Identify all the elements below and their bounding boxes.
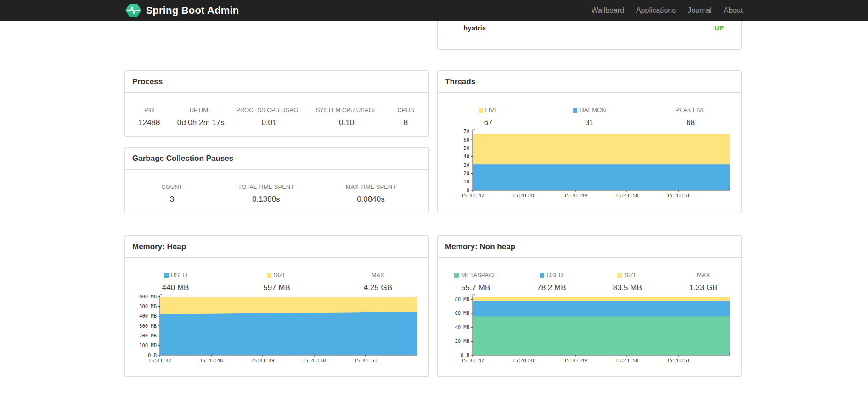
metric-gc-total-time: TOTAL TIME SPENT 0.1380s	[219, 170, 313, 204]
metric-threads-live: LIVE 67	[438, 93, 539, 127]
top-navbar: Spring Boot Admin Wallboard Applications…	[0, 0, 868, 21]
svg-text:20: 20	[463, 171, 469, 176]
svg-text:15:41:47: 15:41:47	[148, 358, 172, 363]
threads-chart: 01020304050607015:41:4715:41:4815:41:491…	[451, 127, 733, 201]
metric-heap-size: SIZE 597 MB	[226, 258, 327, 292]
metric-nonheap-max: MAX 1.33 GB	[665, 258, 741, 292]
svg-text:300 MB: 300 MB	[139, 323, 157, 329]
nav-item-journal[interactable]: Journal	[682, 0, 717, 21]
svg-text:0 B: 0 B	[461, 353, 469, 358]
metric-heap-used: USED 440 MB	[125, 258, 226, 292]
process-panel: Process PID 12488 UPTIME 0d 0h 2m 17s PR…	[124, 70, 429, 137]
nav-item-applications[interactable]: Applications	[630, 0, 682, 21]
metric-nonheap-metaspace: METASPACE 55.7 MB	[438, 258, 513, 292]
live-series-swatch	[479, 108, 483, 113]
health-indicator-name: hystrix	[463, 24, 486, 32]
nonheap-chart: 0 B20 MB40 MB60 MB80 MB15:41:4715:41:481…	[451, 292, 733, 366]
brand-link[interactable]: Spring Boot Admin	[125, 3, 239, 17]
svg-text:15:41:48: 15:41:48	[200, 358, 223, 363]
svg-text:60 MB: 60 MB	[455, 310, 469, 316]
panel-title-gc: Garbage Collection Pauses	[125, 148, 428, 170]
nav-item-wallboard[interactable]: Wallboard	[585, 0, 630, 21]
svg-text:15:41:49: 15:41:49	[251, 358, 275, 363]
svg-text:15:41:51: 15:41:51	[667, 358, 690, 363]
metric-uptime: UPTIME 0d 0h 2m 17s	[174, 93, 228, 127]
nav-item-about[interactable]: About	[718, 0, 743, 21]
metaspace-series-swatch	[454, 273, 459, 278]
panel-title-nonheap: Memory: Non heap	[438, 236, 741, 258]
process-metrics: PID 12488 UPTIME 0d 0h 2m 17s PROCESS CP…	[125, 93, 428, 127]
svg-text:30: 30	[463, 162, 469, 168]
svg-text:0: 0	[467, 188, 469, 193]
panel-title-heap: Memory: Heap	[125, 236, 428, 258]
page: Spring Boot Admin Wallboard Applications…	[0, 0, 868, 410]
svg-text:15:41:50: 15:41:50	[303, 358, 326, 363]
svg-text:50: 50	[463, 145, 469, 151]
svg-text:100 MB: 100 MB	[139, 342, 157, 348]
metric-nonheap-used: USED 78.2 MB	[513, 258, 589, 292]
svg-text:15:41:48: 15:41:48	[513, 193, 536, 198]
size-series-swatch	[617, 273, 622, 278]
health-row-hystrix: hystrix UP	[446, 24, 733, 39]
spring-boot-admin-logo-icon	[125, 3, 141, 17]
nav-links: Wallboard Applications Journal About	[585, 0, 743, 21]
svg-text:15:41:50: 15:41:50	[615, 358, 639, 363]
svg-text:10: 10	[463, 179, 469, 184]
metric-threads-daemon: DAEMON 31	[539, 93, 640, 127]
navbar-container: Spring Boot Admin Wallboard Applications…	[125, 0, 743, 21]
used-series-swatch	[164, 273, 169, 278]
svg-text:15:41:51: 15:41:51	[354, 358, 378, 363]
nonheap-legend: METASPACE 55.7 MB USED 78.2 MB SIZE 83.5…	[438, 258, 741, 292]
svg-text:15:41:47: 15:41:47	[461, 358, 485, 363]
svg-text:15:41:49: 15:41:49	[564, 193, 587, 198]
svg-text:200 MB: 200 MB	[139, 333, 157, 338]
threads-panel: Threads LIVE 67 DAEMON 31 PEAK LIVE 68 0…	[437, 70, 742, 213]
metric-pid: PID 12488	[125, 93, 174, 127]
svg-text:500 MB: 500 MB	[139, 303, 157, 309]
svg-text:15:41:49: 15:41:49	[564, 358, 587, 363]
heap-legend: USED 440 MB SIZE 597 MB MAX 4.25 GB	[125, 258, 428, 292]
svg-text:60: 60	[463, 137, 469, 142]
memory-nonheap-panel: Memory: Non heap METASPACE 55.7 MB USED …	[437, 235, 742, 377]
size-series-swatch	[267, 273, 271, 278]
svg-text:15:41:51: 15:41:51	[667, 193, 690, 198]
metric-gc-count: COUNT 3	[125, 170, 219, 204]
metric-heap-max: MAX 4.25 GB	[327, 258, 428, 292]
panel-title-process: Process	[125, 71, 428, 93]
svg-text:15:41:50: 15:41:50	[615, 193, 639, 198]
svg-text:15:41:48: 15:41:48	[513, 358, 536, 363]
daemon-series-swatch	[573, 108, 577, 113]
metric-gc-max-time: MAX TIME SPENT 0.0840s	[313, 170, 428, 204]
status-badge: UP	[714, 24, 724, 32]
metric-process-cpu-usage: PROCESS CPU USAGE 0.01	[228, 93, 310, 127]
svg-text:0 B: 0 B	[148, 353, 157, 358]
brand-title: Spring Boot Admin	[146, 5, 239, 17]
svg-text:600 MB: 600 MB	[139, 294, 157, 299]
metric-system-cpu-usage: SYSTEM CPU USAGE 0.10	[310, 93, 383, 127]
svg-text:15:41:47: 15:41:47	[461, 193, 485, 198]
threads-legend: LIVE 67 DAEMON 31 PEAK LIVE 68	[438, 93, 741, 127]
svg-text:40: 40	[463, 154, 469, 159]
svg-text:80 MB: 80 MB	[455, 296, 469, 302]
metric-nonheap-size: SIZE 83.5 MB	[590, 258, 665, 292]
gc-metrics: COUNT 3 TOTAL TIME SPENT 0.1380s MAX TIM…	[125, 170, 428, 204]
used-series-swatch	[540, 273, 544, 278]
svg-text:70: 70	[463, 128, 469, 134]
svg-text:20 MB: 20 MB	[455, 338, 469, 344]
memory-heap-panel: Memory: Heap USED 440 MB SIZE 597 MB MAX…	[124, 235, 429, 377]
panel-title-threads: Threads	[438, 71, 741, 93]
gc-panel: Garbage Collection Pauses COUNT 3 TOTAL …	[124, 147, 429, 213]
metric-threads-peak-live: PEAK LIVE 68	[640, 93, 741, 127]
heap-chart: 0 B100 MB200 MB300 MB400 MB500 MB600 MB1…	[139, 292, 421, 366]
metric-cpus: CPUS 8	[383, 93, 428, 127]
svg-text:400 MB: 400 MB	[139, 313, 157, 319]
svg-text:40 MB: 40 MB	[455, 325, 469, 330]
